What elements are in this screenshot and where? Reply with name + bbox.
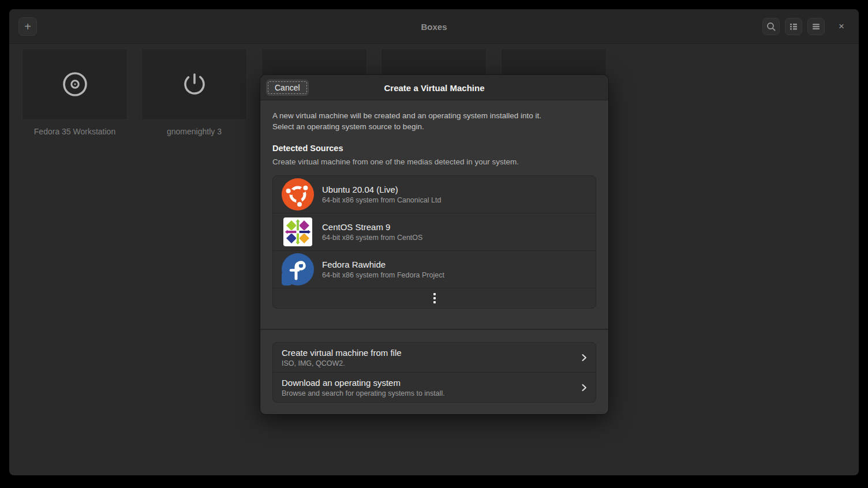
search-button[interactable]: [762, 18, 780, 35]
window-title: Boxes: [9, 9, 859, 44]
ubuntu-logo-icon: [282, 178, 314, 211]
vm-tile-label: gnomenightly 3: [141, 127, 247, 136]
chevron-right-icon: [579, 353, 589, 362]
power-icon: [181, 70, 208, 98]
action-subtitle: Browse and search for operating systems …: [282, 389, 445, 397]
intro-line-2: Select an operating system source to beg…: [272, 122, 596, 133]
source-subtitle: 64-bit x86 system from Canonical Ltd: [322, 196, 441, 204]
source-subtitle: 64-bit x86 system from CentOS: [322, 234, 422, 242]
detected-sources-list: Ubuntu 20.04 (Live) 64-bit x86 system fr…: [272, 175, 596, 309]
action-subtitle: ISO, IMG, QCOW2.: [282, 359, 402, 367]
titlebar: + Boxes ×: [9, 9, 859, 44]
detected-sources-heading: Detected Sources: [272, 144, 343, 153]
dialog-header: Cancel Create a Virtual Machine: [260, 75, 608, 100]
fedora-logo-icon: [282, 253, 314, 286]
hamburger-menu-icon: [811, 21, 821, 32]
source-title: CentOS Stream 9: [322, 222, 422, 232]
window-close-button[interactable]: ×: [833, 18, 850, 35]
source-subtitle: 64-bit x86 system from Fedora Project: [322, 271, 444, 279]
create-vm-dialog: Cancel Create a Virtual Machine A new vi…: [260, 75, 608, 414]
chevron-right-icon: [579, 383, 589, 392]
vm-tile-fedora-35[interactable]: [22, 48, 128, 120]
plus-icon: +: [24, 20, 31, 33]
optical-disc-icon: [61, 70, 89, 98]
detected-sources-subtitle: Create virtual machine from one of the m…: [272, 157, 519, 166]
action-title: Download an operating system: [282, 378, 445, 388]
action-title: Create virtual machine from file: [282, 348, 402, 358]
dialog-separator: [260, 329, 608, 330]
source-row-centos[interactable]: CentOS Stream 9 64-bit x86 system from C…: [273, 213, 596, 251]
screen: + Boxes ×: [0, 0, 868, 488]
source-title: Ubuntu 20.04 (Live): [322, 185, 441, 194]
search-icon: [766, 21, 776, 32]
show-more-sources-button[interactable]: [273, 288, 596, 308]
source-row-fedora[interactable]: Fedora Rawhide 64-bit x86 system from Fe…: [273, 251, 596, 288]
create-from-file-row[interactable]: Create virtual machine from file ISO, IM…: [273, 343, 596, 373]
dialog-intro: A new virtual machine will be created an…: [272, 111, 596, 132]
vertical-ellipsis-icon: [433, 293, 436, 303]
download-os-row[interactable]: Download an operating system Browse and …: [273, 373, 596, 402]
vm-tile-gnomenightly[interactable]: [141, 48, 247, 120]
dialog-title: Create a Virtual Machine: [260, 75, 608, 100]
source-title: Fedora Rawhide: [322, 260, 444, 269]
cancel-button[interactable]: Cancel: [266, 80, 309, 96]
source-row-ubuntu[interactable]: Ubuntu 20.04 (Live) 64-bit x86 system fr…: [273, 176, 596, 213]
close-icon: ×: [839, 21, 844, 32]
new-vm-button[interactable]: +: [18, 17, 37, 36]
intro-line-1: A new virtual machine will be created an…: [272, 111, 596, 122]
vm-tile-label: Fedora 35 Workstation: [22, 127, 128, 136]
list-view-icon: [788, 21, 799, 32]
menu-button[interactable]: [807, 18, 825, 35]
boxes-window: + Boxes ×: [9, 9, 859, 475]
actions-list: Create virtual machine from file ISO, IM…: [272, 342, 596, 403]
centos-logo-icon: [282, 216, 314, 248]
list-view-button[interactable]: [785, 18, 802, 35]
